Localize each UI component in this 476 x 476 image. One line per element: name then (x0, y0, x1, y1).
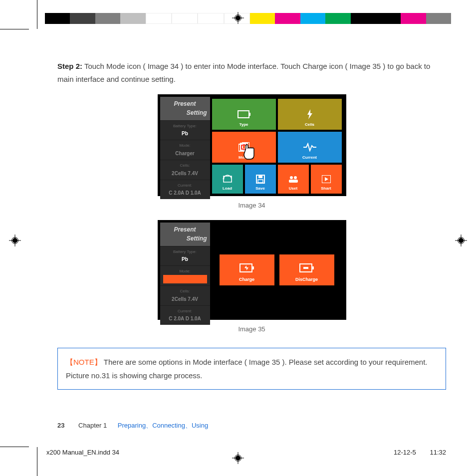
sidebar-title-line2: Setting (163, 234, 207, 243)
tile-uset[interactable]: Uset (278, 165, 309, 194)
indd-filename: x200 Manual_EN.indd 34 (46, 449, 119, 456)
svg-point-12 (294, 176, 297, 179)
tile-mode[interactable]: Mode (212, 132, 276, 163)
battery-type-label: Battery Type: (163, 248, 207, 255)
svg-marker-2 (307, 109, 312, 119)
tile-load[interactable]: Load (212, 165, 243, 194)
chapter-label: Chapter 1 (78, 422, 107, 429)
image-35-screenshot: Present Setting Battery Type: Pb Mode: C… (158, 220, 346, 320)
battery-icon (238, 109, 250, 119)
svg-rect-13 (289, 180, 298, 183)
sidebar-title: Present Setting (160, 223, 210, 246)
sidebar-title-line1: Present (163, 99, 207, 109)
svg-rect-21 (303, 267, 308, 269)
registration-mark-icon (9, 235, 21, 246)
cells-value: 2Cells 7.4V (163, 169, 207, 178)
sidebar-present-setting: Present Setting Battery Type: Pb Mode: C… (160, 97, 210, 194)
note-text: There are some options in Mode interface… (66, 358, 428, 380)
cells-value: 2Cells 7.4V (163, 295, 207, 303)
hand-pointer-icon (241, 144, 256, 166)
current-label: Current: (163, 182, 207, 189)
svg-point-11 (290, 176, 293, 179)
image-35-caption: Image 35 (57, 324, 446, 335)
indd-date: 12-12-5 (394, 449, 416, 456)
tile-label: Uset (289, 185, 297, 192)
sidebar-title: Present Setting (160, 97, 210, 120)
cells-label: Cells: (163, 288, 207, 295)
step-paragraph: Step 2: Touch Mode icon ( Image 34 ) to … (57, 60, 446, 85)
indd-time: 11:32 (430, 449, 446, 456)
sidebar-title-line2: Setting (163, 108, 207, 118)
tile-type[interactable]: Type (212, 99, 276, 130)
tile-label: Cells (305, 121, 314, 128)
svg-rect-9 (258, 175, 262, 178)
tile-current[interactable]: Current (278, 132, 342, 163)
tile-save[interactable]: Save (245, 165, 276, 194)
image-34-caption: Image 34 (57, 200, 446, 211)
current-value: C 2.0A D 1.0A (163, 314, 207, 323)
sidebar-row-battery-type: Battery Type: Pb (160, 246, 210, 266)
svg-rect-20 (312, 266, 314, 269)
svg-marker-15 (325, 177, 328, 181)
svg-marker-18 (244, 265, 248, 270)
battery-type-label: Battery Type: (163, 123, 207, 130)
mode-label: Mode: (163, 268, 207, 275)
bolt-icon (303, 109, 316, 119)
breadcrumb: Preparing、Connecting、Using (118, 422, 208, 429)
registration-mark-icon (232, 12, 244, 24)
crop-mark (37, 0, 37, 29)
tile-cells[interactable]: Cells (278, 99, 342, 130)
page-content: Step 2: Touch Mode icon ( Image 34 ) to … (57, 60, 446, 431)
svg-rect-10 (258, 180, 263, 183)
floppy-icon (254, 174, 267, 184)
svg-rect-0 (238, 111, 249, 118)
tile-grid: Type Cells Mode (210, 97, 344, 194)
svg-rect-1 (249, 113, 250, 116)
battery-type-value: Pb (163, 129, 207, 138)
sidebar-row-current: Current: C 2.0A D 1.0A (160, 306, 210, 325)
current-label: Current: (163, 308, 207, 315)
registration-mark-icon (455, 235, 467, 246)
battery-discharge-icon (299, 263, 314, 276)
color-calibration-bar (45, 13, 451, 24)
pulse-icon (303, 142, 316, 152)
tile-row: Charge DisCharge (210, 223, 344, 317)
note-box: 【NOTE】 There are some options in Mode in… (57, 348, 446, 390)
current-value: C 2.0A D 1.0A (163, 189, 207, 197)
sidebar-title-line1: Present (163, 225, 207, 235)
crop-mark (37, 447, 37, 476)
svg-rect-17 (252, 266, 254, 269)
tile-label: Charge (239, 276, 254, 283)
crop-mark (0, 29, 29, 29)
tile-charge[interactable]: Charge (220, 254, 274, 285)
sidebar-row-cells: Cells: 2Cells 7.4V (160, 160, 210, 180)
battery-charge-icon (239, 263, 254, 276)
crop-mark (0, 447, 29, 447)
tile-label: Shart (321, 185, 331, 192)
tile-label: DisCharge (295, 276, 318, 283)
sidebar-row-battery-type: Battery Type: Pb (160, 121, 210, 140)
users-icon (287, 174, 300, 184)
sidebar-row-cells: Cells: 2Cells 7.4V (160, 286, 210, 305)
sidebar-row-mode: Mode: Charge (160, 266, 210, 285)
note-tag: 【NOTE】 (66, 358, 102, 366)
sidebar-present-setting: Present Setting Battery Type: Pb Mode: C… (160, 223, 210, 317)
indesign-slug: x200 Manual_EN.indd 34 12-12-5 11:32 (46, 449, 446, 456)
play-icon (320, 174, 333, 184)
sidebar-row-current: Current: C 2.0A D 1.0A (160, 180, 210, 200)
step-label: Step 2: (57, 62, 82, 70)
cells-label: Cells: (163, 162, 207, 169)
tile-label: Load (223, 185, 232, 192)
tile-label: Type (239, 121, 248, 128)
mode-label: Mode: (163, 142, 207, 149)
tile-shart[interactable]: Shart (311, 165, 342, 194)
page-number: 23 (57, 422, 64, 429)
step-text: Touch Mode icon ( Image 34 ) to enter in… (57, 62, 430, 83)
tile-label: Current (302, 154, 317, 161)
cycle-icon (221, 174, 234, 184)
image-34-screenshot: Present Setting Battery Type: Pb Mode: C… (158, 94, 346, 196)
sidebar-row-mode: Mode: Charger (160, 140, 210, 160)
battery-type-value: Pb (163, 255, 207, 263)
svg-marker-7 (223, 178, 225, 179)
tile-discharge[interactable]: DisCharge (279, 254, 334, 285)
